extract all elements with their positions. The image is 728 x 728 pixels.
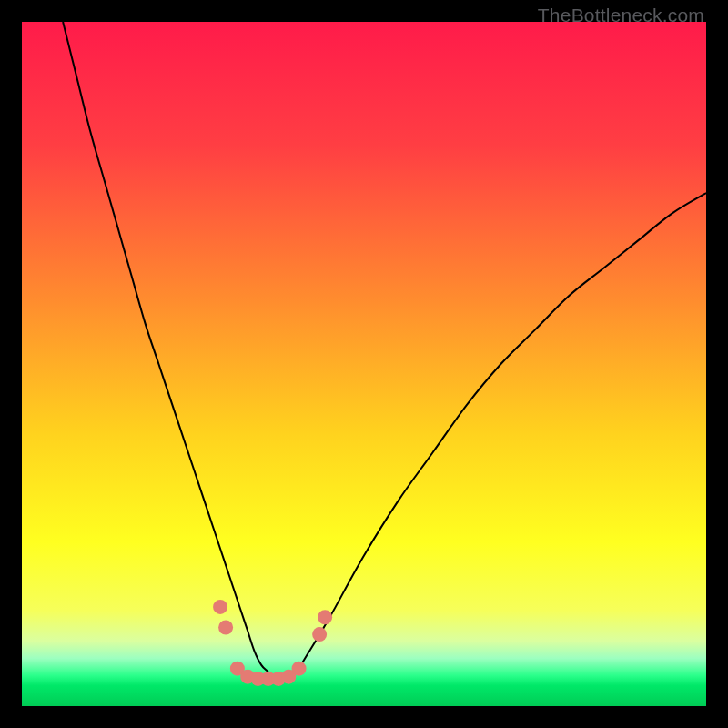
marker-dot (292, 662, 307, 676)
marker-dot (312, 627, 327, 642)
bottleneck-curve (63, 22, 706, 680)
curve-layer (22, 22, 706, 706)
marker-dot (213, 600, 228, 614)
chart-frame (22, 22, 706, 706)
marker-dot (218, 621, 233, 635)
plot-area (22, 22, 706, 706)
marker-dot (318, 610, 332, 624)
